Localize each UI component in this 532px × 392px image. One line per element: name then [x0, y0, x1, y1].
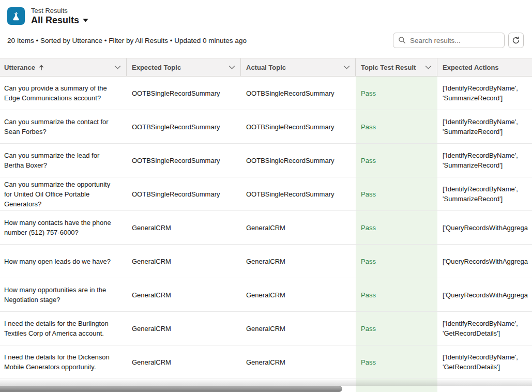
actual-topic-text: OOTBSingleRecordSummary: [246, 156, 335, 165]
actual-topic-text: GeneralCRM: [246, 223, 285, 233]
flask-icon: [11, 11, 21, 22]
cell-topic-test-result: Pass: [356, 77, 437, 110]
column-header-utterance[interactable]: Utterance: [0, 58, 127, 76]
expected-actions-text: ['IdentifyRecordByName', 'SummarizeRecor…: [443, 150, 532, 170]
table-row: I need the details for the Dickenson Mob…: [0, 345, 532, 379]
cell-topic-test-result: Pass: [356, 312, 437, 345]
search-box: [393, 33, 505, 48]
cell-expected-topic: OOTBSingleRecordSummary: [127, 177, 241, 210]
list-view-label: All Results: [31, 15, 79, 25]
horizontal-scrollbar-thumb[interactable]: [0, 386, 342, 392]
cell-expected-topic: OOTBSingleRecordSummary: [127, 110, 241, 143]
cell-topic-test-result: Pass: [356, 278, 437, 311]
list-view-selector[interactable]: All Results: [31, 15, 88, 25]
actual-topic-text: GeneralCRM: [246, 257, 285, 266]
cell-expected-topic: GeneralCRM: [127, 345, 241, 379]
table-row: Can you summarize the opportunity for Un…: [0, 177, 532, 211]
cell-utterance: Can you summarize the contact for Sean F…: [0, 110, 127, 143]
caret-down-icon: [83, 19, 88, 22]
cell-utterance: Can you summarize the opportunity for Un…: [0, 177, 127, 210]
cell-utterance: I need the details for the Dickenson Mob…: [0, 345, 127, 379]
cell-actual-topic: OOTBSingleRecordSummary: [241, 110, 356, 143]
column-label: Actual Topic: [246, 64, 286, 71]
utterance-text: I need the details for the Dickenson Mob…: [4, 352, 118, 372]
actual-topic-text: GeneralCRM: [246, 357, 285, 367]
column-label: Topic Test Result: [361, 64, 416, 71]
chevron-down-icon[interactable]: [343, 65, 350, 69]
expected-topic-text: OOTBSingleRecordSummary: [132, 88, 220, 98]
topic-test-result-text: Pass: [361, 156, 376, 165]
refresh-icon: [512, 36, 520, 44]
expected-actions-text: ['IdentifyRecordByName', 'SummarizeRecor…: [443, 184, 532, 204]
cell-utterance: Can you provide a summary of the Edge Co…: [0, 77, 127, 110]
expected-actions-text: ['QueryRecordsWithAggrega: [443, 290, 532, 300]
table-row: How many opportunities are in the Negoti…: [0, 278, 532, 312]
column-header-expected-topic[interactable]: Expected Topic: [127, 58, 241, 76]
utterance-text: Can you provide a summary of the Edge Co…: [4, 83, 118, 103]
cell-expected-actions: ['IdentifyRecordByName', 'SummarizeRecor…: [437, 144, 532, 177]
expected-topic-text: OOTBSingleRecordSummary: [132, 122, 220, 132]
expected-topic-text: GeneralCRM: [132, 223, 171, 233]
utterance-text: How many contacts have the phone number …: [4, 218, 118, 237]
cell-expected-actions: ['IdentifyRecordByName', 'GetRecordDetai…: [437, 312, 532, 345]
cell-utterance: I need the details for the Burlington Te…: [0, 312, 127, 345]
chevron-down-icon[interactable]: [425, 65, 432, 69]
chevron-down-icon[interactable]: [114, 65, 121, 69]
table-row: I need the details for the Burlington Te…: [0, 312, 532, 345]
column-label: Utterance: [4, 64, 35, 71]
cell-expected-topic: OOTBSingleRecordSummary: [127, 77, 241, 110]
cell-expected-actions: ['IdentifyRecordByName', 'SummarizeRecor…: [437, 177, 532, 210]
topic-test-result-text: Pass: [361, 257, 376, 266]
expected-topic-text: GeneralCRM: [132, 324, 171, 334]
expected-actions-text: ['IdentifyRecordByName', 'GetRecordDetai…: [443, 319, 532, 338]
cell-actual-topic: GeneralCRM: [241, 278, 356, 311]
utterance-text: Can you summarize the lead for Bertha Bo…: [4, 150, 118, 170]
topic-test-result-text: Pass: [361, 122, 376, 132]
utterance-text: How many opportunities are in the Negoti…: [4, 285, 118, 305]
cell-topic-test-result: Pass: [356, 144, 437, 177]
cell-actual-topic: OOTBSingleRecordSummary: [241, 177, 356, 210]
cell-expected-topic: GeneralCRM: [127, 278, 241, 311]
table-row: Can you summarize the contact for Sean F…: [0, 110, 532, 144]
actual-topic-text: GeneralCRM: [246, 290, 285, 300]
topic-test-result-text: Pass: [361, 88, 376, 98]
cell-utterance: Can you summarize the lead for Bertha Bo…: [0, 144, 127, 177]
list-view-header: Test Results All Results 20 Items • Sort…: [0, 0, 532, 48]
chevron-down-icon[interactable]: [229, 65, 235, 69]
utterance-text: I need the details for the Burlington Te…: [4, 319, 118, 338]
cell-expected-topic: GeneralCRM: [127, 245, 241, 278]
column-header-actual-topic[interactable]: Actual Topic: [241, 58, 356, 76]
topic-test-result-text: Pass: [361, 357, 376, 367]
test-results-icon: [7, 7, 25, 25]
utterance-text: Can you summarize the opportunity for Un…: [4, 179, 118, 209]
cell-expected-topic: GeneralCRM: [127, 211, 241, 244]
cell-actual-topic: GeneralCRM: [241, 312, 356, 345]
cell-expected-actions: ['QueryRecordsWithAggrega: [437, 278, 532, 311]
expected-topic-text: OOTBSingleRecordSummary: [132, 189, 220, 199]
cell-expected-actions: ['IdentifyRecordByName',: [437, 379, 532, 392]
object-label: Test Results: [31, 7, 88, 14]
search-input[interactable]: [393, 33, 505, 48]
cell-topic-test-result: Pass: [356, 177, 437, 210]
column-header-expected-actions[interactable]: Expected Actions: [437, 58, 532, 76]
expected-actions-text: ['QueryRecordsWithAggrega: [443, 257, 532, 266]
utterance-text: How many open leads do we have?: [4, 257, 111, 266]
cell-utterance: How many open leads do we have?: [0, 245, 127, 278]
utterance-text: Can you summarize the contact for Sean F…: [4, 117, 118, 137]
expected-topic-text: GeneralCRM: [132, 357, 171, 367]
expected-actions-text: ['IdentifyRecordByName', 'SummarizeRecor…: [443, 83, 532, 103]
expected-actions-text: ['QueryRecordsWithAggrega: [443, 223, 532, 233]
results-table-body: Can you provide a summary of the Edge Co…: [0, 77, 532, 392]
cell-utterance: How many opportunities are in the Negoti…: [0, 278, 127, 311]
topic-test-result-text: Pass: [361, 189, 376, 199]
cell-expected-actions: ['QueryRecordsWithAggrega: [437, 211, 532, 244]
cell-expected-actions: ['IdentifyRecordByName', 'GetRecordDetai…: [437, 345, 532, 379]
expected-topic-text: OOTBSingleRecordSummary: [132, 156, 220, 165]
cell-expected-actions: ['QueryRecordsWithAggrega: [437, 245, 532, 278]
cell-expected-actions: ['IdentifyRecordByName', 'SummarizeRecor…: [437, 110, 532, 143]
column-header-topic-test-result[interactable]: Topic Test Result: [356, 58, 437, 76]
cell-actual-topic: OOTBSingleRecordSummary: [241, 77, 356, 110]
refresh-button[interactable]: [508, 33, 524, 48]
actual-topic-text: GeneralCRM: [246, 324, 285, 334]
column-label: Expected Actions: [443, 64, 499, 71]
